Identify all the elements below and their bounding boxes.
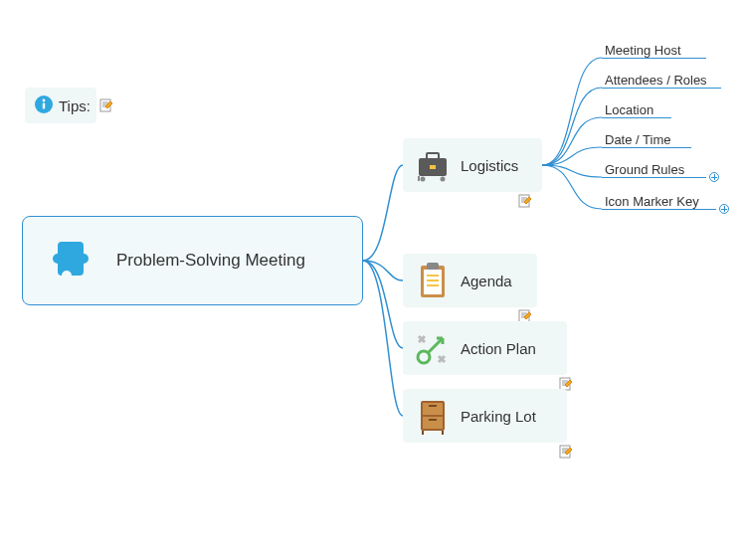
svg-line-28: [428, 338, 443, 353]
leaf-meeting-host[interactable]: Meeting Host: [605, 43, 681, 58]
svg-rect-37: [429, 419, 437, 421]
leaf-label: Ground Rules: [605, 162, 684, 177]
actionplan-label: Action Plan: [461, 340, 536, 357]
root-node[interactable]: Problem-Solving Meeting: [22, 216, 363, 305]
svg-rect-9: [430, 165, 436, 169]
leaf-label: Date / Time: [605, 132, 670, 147]
leaf-datetime[interactable]: Date / Time: [605, 132, 670, 147]
svg-rect-2: [43, 103, 45, 109]
agenda-node[interactable]: Agenda: [403, 254, 537, 307]
leaf-groundrules[interactable]: Ground Rules: [605, 162, 684, 177]
leaf-underline: [602, 117, 671, 118]
leaf-attendees[interactable]: Attendees / Roles: [605, 73, 707, 88]
info-icon: [35, 95, 53, 115]
svg-point-1: [43, 99, 46, 102]
svg-rect-34: [423, 403, 443, 415]
svg-rect-35: [423, 417, 443, 429]
parkinglot-node[interactable]: Parking Lot: [403, 389, 567, 443]
logistics-node[interactable]: Logistics: [403, 138, 542, 192]
expand-button[interactable]: [709, 172, 719, 182]
note-icon[interactable]: [99, 98, 113, 112]
tips-label: Tips:: [59, 97, 91, 114]
expand-button[interactable]: [719, 204, 729, 214]
leaf-label: Location: [605, 102, 653, 117]
puzzle-icon: [43, 231, 102, 290]
note-icon[interactable]: [518, 194, 532, 208]
note-icon[interactable]: [559, 445, 573, 459]
leaf-location[interactable]: Location: [605, 102, 653, 117]
leaf-underline: [602, 88, 721, 89]
svg-rect-19: [427, 263, 439, 270]
tips-node[interactable]: Tips:: [25, 88, 96, 123]
leaf-label: Icon Marker Key: [605, 194, 699, 209]
svg-point-10: [421, 177, 426, 182]
svg-rect-18: [424, 270, 442, 294]
agenda-label: Agenda: [461, 273, 512, 289]
cabinet-icon: [413, 396, 453, 436]
root-label: Problem-Solving Meeting: [116, 251, 305, 271]
briefcase-icon: [413, 145, 453, 185]
clipboard-icon: [413, 261, 453, 300]
leaf-label: Attendees / Roles: [605, 73, 707, 88]
svg-rect-36: [429, 405, 437, 407]
strategy-icon: [413, 328, 453, 368]
leaf-underline: [602, 177, 706, 178]
parkinglot-label: Parking Lot: [461, 408, 536, 425]
actionplan-node[interactable]: Action Plan: [403, 321, 567, 375]
leaf-underline: [602, 209, 716, 210]
svg-rect-38: [422, 431, 424, 435]
svg-rect-8: [427, 153, 439, 159]
svg-rect-39: [442, 431, 444, 435]
leaf-underline: [602, 58, 706, 59]
leaf-iconmarkerkey[interactable]: Icon Marker Key: [605, 194, 699, 209]
logistics-label: Logistics: [461, 157, 518, 174]
leaf-underline: [602, 147, 691, 148]
leaf-label: Meeting Host: [605, 43, 681, 58]
svg-point-11: [441, 177, 446, 182]
